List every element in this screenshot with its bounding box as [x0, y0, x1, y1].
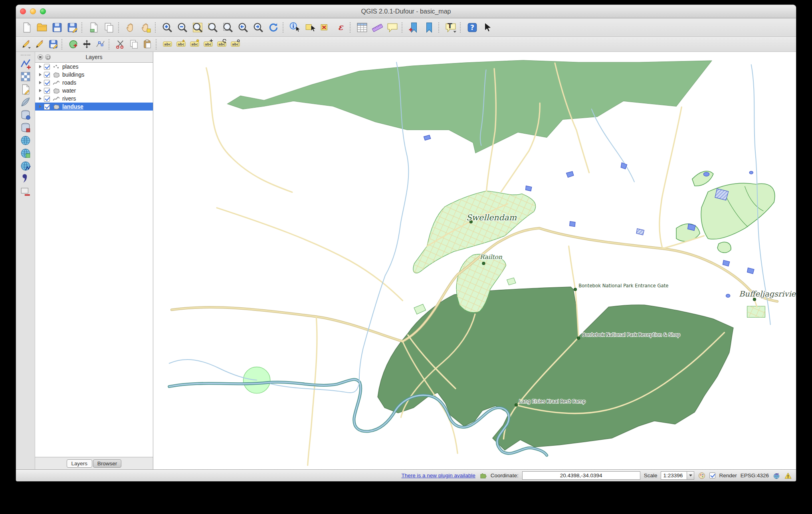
paste-features-button[interactable] [141, 38, 154, 51]
digitizing-toolbar: abc abc abc abc abc abc [16, 37, 796, 52]
new-shapefile-layer-button[interactable] [18, 83, 33, 96]
save-layer-edits-button[interactable] [46, 38, 60, 51]
expand-arrow-icon[interactable] [38, 89, 43, 92]
change-label-properties-button[interactable]: abc [228, 38, 242, 51]
water-body-hatched [636, 229, 644, 235]
expand-arrow-icon[interactable] [38, 97, 43, 100]
identify-features-button[interactable] [287, 20, 303, 35]
messages-log-button[interactable] [784, 472, 792, 480]
current-edits-button[interactable] [19, 38, 33, 51]
zoom-in-button[interactable] [160, 20, 175, 35]
place-dot-rest-camp [515, 403, 517, 406]
layer-label: rivers [62, 95, 76, 102]
layer-checkbox[interactable] [44, 96, 50, 102]
add-wfs-layer-button[interactable] [18, 160, 33, 172]
map-tips-button[interactable] [385, 20, 400, 35]
cut-features-button[interactable] [113, 38, 127, 51]
farm-polygon-d [717, 242, 731, 253]
add-wcs-layer-button[interactable] [18, 147, 33, 160]
remove-layer-button[interactable] [18, 185, 33, 198]
window-titlebar[interactable]: QGIS 2.0.1-Dufour - basic_map [16, 5, 796, 18]
whats-this-button[interactable] [480, 20, 495, 35]
copy-features-button[interactable] [127, 38, 141, 51]
zoom-full-extent-button[interactable] [190, 20, 205, 35]
highlight-pinned-labels-button[interactable]: abc [188, 38, 201, 51]
composer-manager-button[interactable] [101, 20, 117, 35]
plugin-icon[interactable] [479, 472, 487, 480]
zoom-to-selection-button[interactable] [205, 20, 220, 35]
layer-row-rivers[interactable]: rivers [35, 95, 153, 103]
new-project-button[interactable] [19, 20, 34, 35]
crs-status-button[interactable] [772, 472, 780, 480]
crs-code: EPSG:4326 [741, 472, 769, 478]
speech-bubble-icon [387, 22, 398, 33]
tab-browser[interactable]: Browser [93, 459, 122, 468]
scale-dropdown-button[interactable] [687, 472, 694, 479]
show-bookmarks-button[interactable] [422, 20, 437, 35]
plugin-available-link[interactable]: There is a new plugin available [401, 472, 475, 478]
pan-map-button[interactable] [123, 20, 138, 35]
save-project-as-button[interactable] [65, 20, 80, 35]
layer-checkbox[interactable] [44, 72, 50, 78]
select-by-expression-button[interactable]: ε [333, 20, 348, 35]
map-canvas[interactable]: Swellendam Railton Bontebok National Par… [153, 52, 796, 469]
layer-row-roads[interactable]: roads [35, 79, 153, 87]
layer-row-landuse[interactable]: landuse [35, 103, 153, 111]
layer-row-water[interactable]: water [35, 87, 153, 95]
add-feature-button[interactable] [66, 38, 80, 51]
coordinate-input[interactable] [522, 471, 640, 480]
text-annotation-button[interactable]: T [443, 20, 458, 35]
layer-checkbox[interactable] [44, 64, 50, 70]
move-feature-button[interactable] [80, 38, 93, 51]
measure-line-button[interactable] [370, 20, 385, 35]
toolbar-separator [118, 22, 121, 33]
expand-arrow-icon[interactable] [38, 73, 43, 76]
toolbar-handle[interactable] [21, 55, 30, 55]
zoom-last-button[interactable] [236, 20, 251, 35]
add-delimited-text-layer-button[interactable] [18, 172, 33, 185]
expand-arrow-icon[interactable] [38, 105, 43, 108]
layer-checkbox[interactable] [44, 88, 50, 94]
add-vector-layer-button[interactable] [18, 57, 33, 70]
toggle-editing-button[interactable] [33, 38, 46, 51]
scale-combo[interactable] [661, 471, 694, 480]
pin-unpin-labels-button[interactable]: abc [174, 38, 188, 51]
render-checkbox[interactable] [709, 472, 715, 478]
pan-map-to-selection-button[interactable] [138, 20, 153, 35]
expand-arrow-icon[interactable] [38, 81, 43, 84]
layer-row-places[interactable]: places [35, 63, 153, 71]
ruler-icon [372, 22, 383, 33]
scale-input[interactable] [661, 472, 687, 479]
layer-row-buildings[interactable]: buildings [35, 71, 153, 79]
layer-checkbox[interactable] [44, 104, 50, 110]
zoom-to-layer-button[interactable] [220, 20, 236, 35]
zoom-next-button[interactable] [251, 20, 266, 35]
add-wms-layer-button[interactable] [18, 134, 33, 147]
layer-checkbox[interactable] [44, 80, 50, 86]
add-spatialite-layer-button[interactable] [18, 96, 33, 109]
rotate-label-button[interactable]: abc [215, 38, 228, 51]
save-project-button[interactable] [50, 20, 65, 35]
help-contents-button[interactable]: ? [465, 20, 480, 35]
svg-text:abc: abc [218, 42, 225, 46]
deselect-features-button[interactable] [318, 20, 333, 35]
node-tool-button[interactable] [93, 38, 107, 51]
zoom-out-button[interactable] [175, 20, 190, 35]
add-postgis-layer-button[interactable] [18, 109, 33, 121]
add-raster-layer-button[interactable] [18, 70, 33, 83]
tab-layers[interactable]: Layers [67, 459, 92, 468]
buffeljags-village [747, 306, 765, 317]
svg-text:abc: abc [164, 42, 170, 46]
place-dot-entrance-gate [574, 288, 576, 291]
move-label-button[interactable]: abc [201, 38, 215, 51]
open-project-button[interactable] [34, 20, 50, 35]
green-strip-2 [507, 278, 516, 285]
select-features-button[interactable] [303, 20, 318, 35]
labeling-options-button[interactable]: abc [160, 38, 174, 51]
expand-arrow-icon[interactable] [38, 65, 43, 68]
new-bookmark-button[interactable] [406, 20, 422, 35]
add-mssql-layer-button[interactable] [18, 121, 33, 134]
new-print-composer-button[interactable] [86, 20, 101, 35]
refresh-map-button[interactable] [266, 20, 281, 35]
open-attribute-table-button[interactable] [355, 20, 370, 35]
